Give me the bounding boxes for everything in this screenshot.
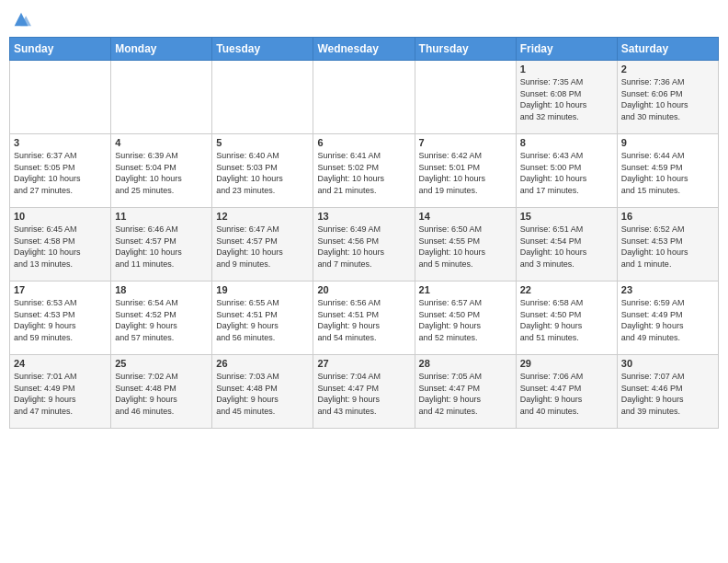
day-number: 30 bbox=[621, 358, 714, 369]
day-info: Sunrise: 7:02 AM Sunset: 4:48 PM Dayligh… bbox=[115, 371, 208, 417]
day-info: Sunrise: 6:49 AM Sunset: 4:56 PM Dayligh… bbox=[317, 224, 410, 270]
logo bbox=[9, 9, 31, 29]
day-info: Sunrise: 6:53 AM Sunset: 4:53 PM Dayligh… bbox=[14, 297, 107, 343]
calendar-cell: 20Sunrise: 6:56 AM Sunset: 4:51 PM Dayli… bbox=[313, 282, 415, 355]
calendar-cell: 19Sunrise: 6:55 AM Sunset: 4:51 PM Dayli… bbox=[212, 282, 313, 355]
day-number: 14 bbox=[419, 211, 512, 222]
calendar-cell: 17Sunrise: 6:53 AM Sunset: 4:53 PM Dayli… bbox=[10, 282, 111, 355]
calendar-week-row: 1Sunrise: 7:35 AM Sunset: 6:08 PM Daylig… bbox=[10, 61, 719, 134]
day-number: 29 bbox=[520, 358, 613, 369]
calendar-cell bbox=[111, 61, 212, 134]
day-header-friday: Friday bbox=[516, 38, 617, 61]
calendar-cell: 11Sunrise: 6:46 AM Sunset: 4:57 PM Dayli… bbox=[111, 208, 212, 282]
calendar-cell: 24Sunrise: 7:01 AM Sunset: 4:49 PM Dayli… bbox=[10, 355, 111, 429]
calendar-cell: 18Sunrise: 6:54 AM Sunset: 4:52 PM Dayli… bbox=[111, 282, 212, 355]
day-number: 18 bbox=[115, 284, 208, 295]
day-number: 1 bbox=[520, 63, 613, 75]
calendar-table: SundayMondayTuesdayWednesdayThursdayFrid… bbox=[9, 37, 719, 429]
calendar-cell: 28Sunrise: 7:05 AM Sunset: 4:47 PM Dayli… bbox=[415, 355, 516, 429]
day-header-wednesday: Wednesday bbox=[313, 38, 415, 61]
day-number: 22 bbox=[520, 284, 613, 295]
day-number: 3 bbox=[14, 137, 107, 148]
calendar-week-row: 3Sunrise: 6:37 AM Sunset: 5:05 PM Daylig… bbox=[10, 134, 719, 208]
calendar-cell bbox=[10, 61, 111, 134]
calendar-week-row: 17Sunrise: 6:53 AM Sunset: 4:53 PM Dayli… bbox=[10, 282, 719, 355]
day-number: 26 bbox=[216, 358, 309, 369]
calendar-cell: 7Sunrise: 6:42 AM Sunset: 5:01 PM Daylig… bbox=[415, 134, 516, 208]
day-header-saturday: Saturday bbox=[617, 38, 718, 61]
day-number: 19 bbox=[216, 284, 309, 295]
day-info: Sunrise: 7:06 AM Sunset: 4:47 PM Dayligh… bbox=[520, 371, 613, 417]
calendar-cell: 10Sunrise: 6:45 AM Sunset: 4:58 PM Dayli… bbox=[10, 208, 111, 282]
day-number: 9 bbox=[621, 137, 714, 148]
day-info: Sunrise: 7:04 AM Sunset: 4:47 PM Dayligh… bbox=[317, 371, 410, 417]
day-info: Sunrise: 6:52 AM Sunset: 4:53 PM Dayligh… bbox=[621, 224, 714, 270]
day-number: 25 bbox=[115, 358, 208, 369]
day-info: Sunrise: 7:07 AM Sunset: 4:46 PM Dayligh… bbox=[621, 371, 714, 417]
calendar-cell: 2Sunrise: 7:36 AM Sunset: 6:06 PM Daylig… bbox=[617, 61, 718, 134]
calendar-cell: 30Sunrise: 7:07 AM Sunset: 4:46 PM Dayli… bbox=[617, 355, 718, 429]
calendar-week-row: 10Sunrise: 6:45 AM Sunset: 4:58 PM Dayli… bbox=[10, 208, 719, 282]
day-info: Sunrise: 6:58 AM Sunset: 4:50 PM Dayligh… bbox=[520, 297, 613, 343]
day-info: Sunrise: 7:03 AM Sunset: 4:48 PM Dayligh… bbox=[216, 371, 309, 417]
day-number: 10 bbox=[14, 211, 107, 222]
day-number: 27 bbox=[317, 358, 410, 369]
day-info: Sunrise: 6:55 AM Sunset: 4:51 PM Dayligh… bbox=[216, 297, 309, 343]
day-info: Sunrise: 6:51 AM Sunset: 4:54 PM Dayligh… bbox=[520, 224, 613, 270]
day-info: Sunrise: 6:54 AM Sunset: 4:52 PM Dayligh… bbox=[115, 297, 208, 343]
day-info: Sunrise: 7:36 AM Sunset: 6:06 PM Dayligh… bbox=[621, 76, 714, 122]
calendar-cell: 15Sunrise: 6:51 AM Sunset: 4:54 PM Dayli… bbox=[516, 208, 617, 282]
day-number: 17 bbox=[14, 284, 107, 295]
calendar-cell bbox=[415, 61, 516, 134]
day-number: 8 bbox=[520, 137, 613, 148]
calendar-cell: 16Sunrise: 6:52 AM Sunset: 4:53 PM Dayli… bbox=[617, 208, 718, 282]
day-number: 7 bbox=[419, 137, 512, 148]
day-number: 20 bbox=[317, 284, 410, 295]
day-number: 16 bbox=[621, 211, 714, 222]
calendar-cell: 8Sunrise: 6:43 AM Sunset: 5:00 PM Daylig… bbox=[516, 134, 617, 208]
day-info: Sunrise: 6:40 AM Sunset: 5:03 PM Dayligh… bbox=[216, 150, 309, 196]
calendar-cell: 21Sunrise: 6:57 AM Sunset: 4:50 PM Dayli… bbox=[415, 282, 516, 355]
calendar-cell: 13Sunrise: 6:49 AM Sunset: 4:56 PM Dayli… bbox=[313, 208, 415, 282]
day-number: 5 bbox=[216, 137, 309, 148]
day-number: 23 bbox=[621, 284, 714, 295]
calendar-cell: 27Sunrise: 7:04 AM Sunset: 4:47 PM Dayli… bbox=[313, 355, 415, 429]
day-number: 2 bbox=[621, 63, 714, 75]
calendar-cell: 5Sunrise: 6:40 AM Sunset: 5:03 PM Daylig… bbox=[212, 134, 313, 208]
day-number: 4 bbox=[115, 137, 208, 148]
calendar-cell: 4Sunrise: 6:39 AM Sunset: 5:04 PM Daylig… bbox=[111, 134, 212, 208]
day-info: Sunrise: 7:35 AM Sunset: 6:08 PM Dayligh… bbox=[520, 76, 613, 122]
day-info: Sunrise: 7:05 AM Sunset: 4:47 PM Dayligh… bbox=[419, 371, 512, 417]
day-info: Sunrise: 6:59 AM Sunset: 4:49 PM Dayligh… bbox=[621, 297, 714, 343]
calendar-cell bbox=[212, 61, 313, 134]
day-info: Sunrise: 6:56 AM Sunset: 4:51 PM Dayligh… bbox=[317, 297, 410, 343]
day-info: Sunrise: 6:57 AM Sunset: 4:50 PM Dayligh… bbox=[419, 297, 512, 343]
day-header-monday: Monday bbox=[111, 38, 212, 61]
day-info: Sunrise: 6:50 AM Sunset: 4:55 PM Dayligh… bbox=[419, 224, 512, 270]
day-number: 15 bbox=[520, 211, 613, 222]
calendar-cell: 22Sunrise: 6:58 AM Sunset: 4:50 PM Dayli… bbox=[516, 282, 617, 355]
day-info: Sunrise: 7:01 AM Sunset: 4:49 PM Dayligh… bbox=[14, 371, 107, 417]
day-info: Sunrise: 6:37 AM Sunset: 5:05 PM Dayligh… bbox=[14, 150, 107, 196]
day-number: 28 bbox=[419, 358, 512, 369]
day-info: Sunrise: 6:41 AM Sunset: 5:02 PM Dayligh… bbox=[317, 150, 410, 196]
calendar-cell: 23Sunrise: 6:59 AM Sunset: 4:49 PM Dayli… bbox=[617, 282, 718, 355]
day-info: Sunrise: 6:45 AM Sunset: 4:58 PM Dayligh… bbox=[14, 224, 107, 270]
calendar-cell: 29Sunrise: 7:06 AM Sunset: 4:47 PM Dayli… bbox=[516, 355, 617, 429]
day-info: Sunrise: 6:47 AM Sunset: 4:57 PM Dayligh… bbox=[216, 224, 309, 270]
day-info: Sunrise: 6:42 AM Sunset: 5:01 PM Dayligh… bbox=[419, 150, 512, 196]
calendar-cell: 25Sunrise: 7:02 AM Sunset: 4:48 PM Dayli… bbox=[111, 355, 212, 429]
calendar-cell: 1Sunrise: 7:35 AM Sunset: 6:08 PM Daylig… bbox=[516, 61, 617, 134]
day-number: 11 bbox=[115, 211, 208, 222]
day-number: 13 bbox=[317, 211, 410, 222]
day-header-sunday: Sunday bbox=[10, 38, 111, 61]
day-info: Sunrise: 6:44 AM Sunset: 4:59 PM Dayligh… bbox=[621, 150, 714, 196]
calendar-week-row: 24Sunrise: 7:01 AM Sunset: 4:49 PM Dayli… bbox=[10, 355, 719, 429]
day-header-thursday: Thursday bbox=[415, 38, 516, 61]
calendar-cell: 26Sunrise: 7:03 AM Sunset: 4:48 PM Dayli… bbox=[212, 355, 313, 429]
day-info: Sunrise: 6:39 AM Sunset: 5:04 PM Dayligh… bbox=[115, 150, 208, 196]
day-number: 6 bbox=[317, 137, 410, 148]
day-number: 21 bbox=[419, 284, 512, 295]
calendar-cell: 12Sunrise: 6:47 AM Sunset: 4:57 PM Dayli… bbox=[212, 208, 313, 282]
day-info: Sunrise: 6:46 AM Sunset: 4:57 PM Dayligh… bbox=[115, 224, 208, 270]
